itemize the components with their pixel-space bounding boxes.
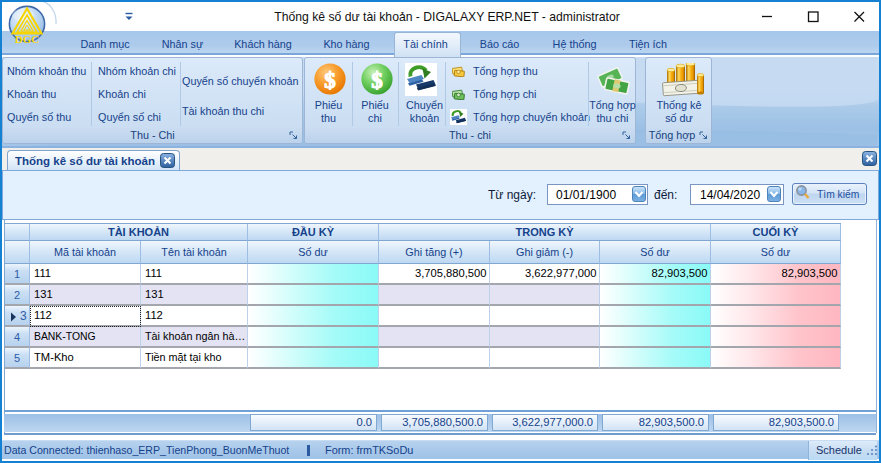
- svg-text:$: $: [371, 68, 383, 93]
- svg-text:$: $: [324, 68, 336, 93]
- svg-text:DGC: DGC: [15, 33, 40, 44]
